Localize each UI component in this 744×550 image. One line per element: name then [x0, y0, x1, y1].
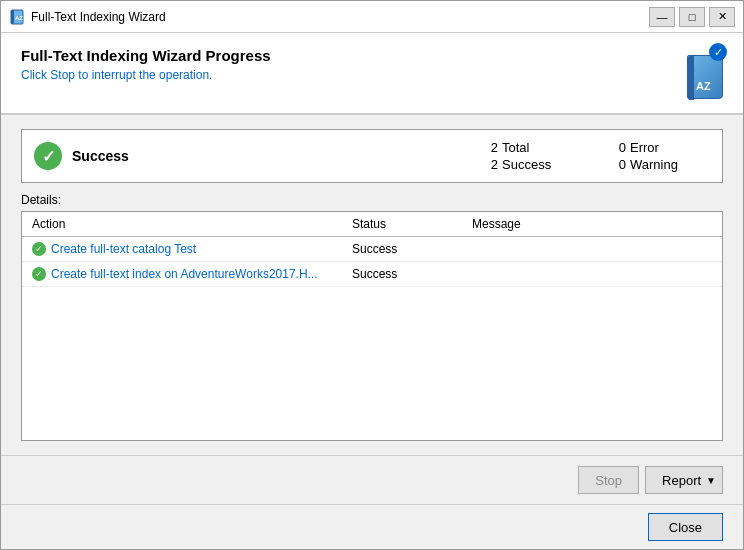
row1-message	[468, 246, 716, 252]
title-bar-controls: — □ ✕	[649, 7, 735, 27]
book-az-label: AZ	[696, 80, 711, 92]
table-row[interactable]: ✓ Create full-text index on AdventureWor…	[22, 262, 722, 287]
row2-message	[468, 271, 716, 277]
report-arrow-icon: ▼	[706, 475, 716, 486]
row1-action: ✓ Create full-text catalog Test	[28, 239, 348, 259]
total-label: Total	[502, 140, 582, 155]
close-button[interactable]: Close	[648, 513, 723, 541]
details-table: Action Status Message ✓ Create full-text…	[21, 211, 723, 441]
svg-text:AZ: AZ	[15, 15, 23, 21]
report-button[interactable]: Report ▼	[645, 466, 723, 494]
header-section: Full-Text Indexing Wizard Progress Click…	[1, 33, 743, 115]
header-text: Full-Text Indexing Wizard Progress Click…	[21, 47, 271, 82]
total-count: 2	[458, 140, 498, 155]
svg-rect-1	[11, 10, 14, 24]
status-counts: 2 Total 0 Error 2 Success 0 Warning	[458, 140, 710, 172]
row2-action: ✓ Create full-text index on AdventureWor…	[28, 264, 348, 284]
status-box: ✓ Success 2 Total 0 Error 2 Success 0 Wa…	[21, 129, 723, 183]
report-label: Report	[662, 473, 701, 488]
success-icon: ✓	[34, 142, 62, 170]
header-subtitle: Click Stop to interrupt the operation.	[21, 68, 271, 82]
row1-status: Success	[348, 239, 468, 259]
col-status: Status	[348, 215, 468, 233]
details-label: Details:	[21, 193, 723, 207]
wizard-book-icon: AZ ✓	[675, 47, 723, 99]
main-window: AZ Full-Text Indexing Wizard — □ ✕ Full-…	[0, 0, 744, 550]
checkmark-overlay: ✓	[709, 43, 727, 61]
error-label: Error	[630, 140, 710, 155]
footer-buttons: Close	[1, 504, 743, 549]
col-message: Message	[468, 215, 716, 233]
close-titlebar-button[interactable]: ✕	[709, 7, 735, 27]
table-row[interactable]: ✓ Create full-text catalog Test Success	[22, 237, 722, 262]
success-count: 2	[458, 157, 498, 172]
book-body: AZ	[687, 55, 723, 99]
table-header: Action Status Message	[22, 212, 722, 237]
stop-button[interactable]: Stop	[578, 466, 639, 494]
error-count: 0	[586, 140, 626, 155]
title-bar-icon: AZ	[9, 9, 25, 25]
minimize-button[interactable]: —	[649, 7, 675, 27]
status-label: Success	[72, 148, 458, 164]
main-content: ✓ Success 2 Total 0 Error 2 Success 0 Wa…	[1, 115, 743, 455]
success-label: Success	[502, 157, 582, 172]
bottom-buttons: Stop Report ▼	[1, 455, 743, 504]
header-title: Full-Text Indexing Wizard Progress	[21, 47, 271, 64]
row1-success-icon: ✓	[32, 242, 46, 256]
maximize-button[interactable]: □	[679, 7, 705, 27]
warning-label: Warning	[630, 157, 710, 172]
row2-status: Success	[348, 264, 468, 284]
row2-success-icon: ✓	[32, 267, 46, 281]
title-bar: AZ Full-Text Indexing Wizard — □ ✕	[1, 1, 743, 33]
col-action: Action	[28, 215, 348, 233]
book-spine	[688, 56, 694, 100]
warning-count: 0	[586, 157, 626, 172]
title-bar-text: Full-Text Indexing Wizard	[31, 10, 649, 24]
